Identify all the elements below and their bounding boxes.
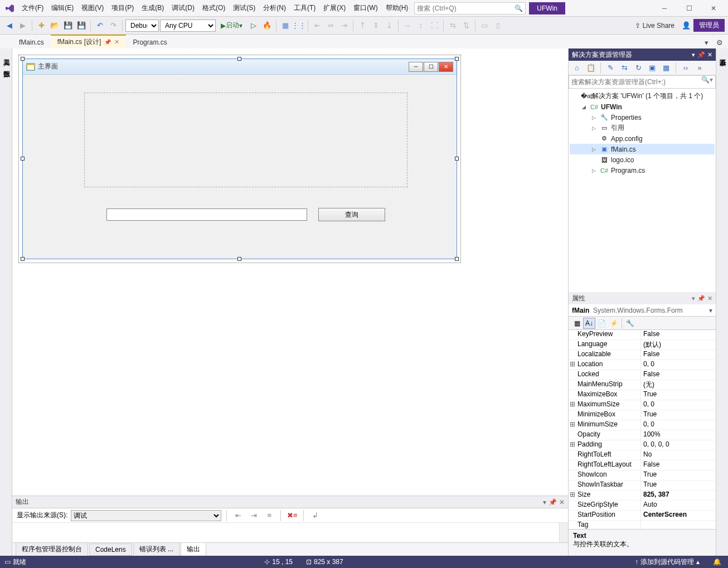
bottom-tab[interactable]: CodeLens — [89, 543, 132, 556]
config-combo[interactable]: Debug — [125, 20, 159, 32]
sol-sync-button[interactable]: ⇆ — [618, 62, 630, 74]
align-right-button[interactable]: ⇥ — [338, 20, 350, 32]
sol-showall-button[interactable]: ▦ — [660, 62, 672, 74]
prop-categorized-button[interactable]: ▦ — [571, 318, 583, 329]
tabs-settings-button[interactable]: ⚙ — [714, 36, 726, 48]
output-dropdown-icon[interactable]: ▾ — [543, 498, 546, 506]
designer-canvas[interactable]: 主界面 ─ ☐ ✕ 查询 — [12, 48, 568, 496]
diagnostics-tab[interactable]: 诊断工具 — [716, 48, 728, 60]
undo-button[interactable]: ↶ — [94, 20, 106, 32]
form-designer[interactable]: 主界面 ─ ☐ ✕ 查询 — [22, 59, 457, 259]
prop-pages-button[interactable]: 📄 — [595, 318, 608, 329]
menu-item[interactable]: 文件(F) — [18, 1, 47, 15]
prop-close-icon[interactable]: ✕ — [707, 295, 712, 302]
sol-home-button[interactable]: ⌂ — [571, 62, 583, 74]
property-row[interactable]: Tag — [569, 521, 716, 529]
tab-close-icon[interactable]: ✕ — [114, 38, 119, 46]
property-row[interactable]: SizeGripStyleAuto — [569, 501, 716, 511]
sol-refresh-button[interactable]: ↻ — [632, 62, 644, 74]
minimize-button[interactable]: ─ — [652, 0, 677, 17]
size-width-button[interactable]: ↔ — [401, 20, 414, 32]
query-button[interactable]: 查询 — [318, 208, 385, 221]
platform-combo[interactable]: Any CPU — [160, 20, 216, 32]
menu-item[interactable]: 编辑(E) — [47, 1, 77, 15]
menu-item[interactable]: 项目(P) — [108, 1, 138, 15]
quick-search[interactable]: 🔍 — [414, 2, 526, 14]
tree-item[interactable]: ▷▣fMain.cs — [570, 144, 715, 154]
prop-dropdown-icon[interactable]: ▾ — [692, 295, 695, 302]
vspace-button[interactable]: ⇅ — [460, 20, 472, 32]
save-button[interactable]: 💾 — [62, 20, 74, 32]
sol-view-button[interactable]: 📋 — [585, 62, 597, 74]
property-row[interactable]: ⊞Location0, 0 — [569, 360, 716, 370]
nav-back-button[interactable]: ◀ — [3, 20, 16, 32]
sol-pin-icon[interactable]: 📌 — [697, 51, 705, 59]
menu-item[interactable]: 生成(B) — [138, 1, 168, 15]
start-debug-button[interactable]: ▶ 启动 ▾ — [217, 20, 246, 32]
menu-item[interactable]: 格式(O) — [198, 1, 229, 15]
prop-wrench-button[interactable]: 🔧 — [624, 318, 636, 329]
tree-solution-node[interactable]: �ați解决方案 'UFWin' (1 个项目，共 1 个) — [570, 91, 715, 101]
output-text-area[interactable] — [12, 523, 568, 542]
output-close-icon[interactable]: ✕ — [559, 498, 565, 506]
nav-fwd-button[interactable]: ▶ — [17, 20, 29, 32]
property-row[interactable]: KeyPreviewFalse — [569, 330, 716, 340]
start-nodebug-button[interactable]: ▷ — [247, 20, 260, 32]
tree-item[interactable]: ⚙App.config — [570, 133, 715, 144]
close-button[interactable]: ✕ — [701, 0, 726, 17]
property-row[interactable]: StartPositionCenterScreen — [569, 511, 716, 521]
output-clear-button[interactable]: ≡ — [263, 509, 275, 522]
toolbox-tab[interactable]: 工具箱 — [0, 48, 13, 60]
tabs-dropdown-button[interactable]: ▾ — [700, 36, 712, 48]
hot-reload-button[interactable]: 🔥 — [261, 20, 273, 32]
prop-pin-icon[interactable]: 📌 — [697, 295, 705, 302]
output-source-combo[interactable]: 调试 — [71, 510, 221, 521]
new-project-button[interactable]: ✚ — [35, 20, 47, 32]
hspace-button[interactable]: ⇆ — [446, 20, 459, 32]
menu-item[interactable]: 工具(T) — [290, 1, 319, 15]
open-button[interactable]: 📂 — [48, 20, 61, 32]
align-center-button[interactable]: ⇔ — [324, 20, 337, 32]
property-row[interactable]: LockedFalse — [569, 370, 716, 380]
property-row[interactable]: RightToLeftNo — [569, 450, 716, 460]
output-wrap-button[interactable]: ↲ — [309, 509, 321, 522]
bottom-tab[interactable]: 错误列表 ... — [133, 542, 179, 556]
property-row[interactable]: MinimizeBoxTrue — [569, 410, 716, 420]
output-goto-prev-button[interactable]: ⇤ — [232, 509, 244, 522]
center-v-button[interactable]: ▯ — [492, 20, 504, 32]
output-pin-icon[interactable]: 📌 — [549, 498, 557, 506]
property-row[interactable]: Opacity100% — [569, 430, 716, 440]
menu-item[interactable]: 测试(S) — [229, 1, 259, 15]
groupbox-placeholder[interactable] — [84, 93, 407, 187]
property-row[interactable]: ⊞Padding0, 0, 0, 0 — [569, 440, 716, 450]
sol-more-button[interactable]: » — [693, 62, 706, 74]
tree-item[interactable]: 🖼logo.ico — [570, 154, 715, 165]
align-bottom-button[interactable]: ⤓ — [383, 20, 395, 32]
solution-tree[interactable]: �ați解决方案 'UFWin' (1 个项目，共 1 个) ◢C#UFWin … — [569, 89, 716, 292]
layout-dots-button[interactable]: ⋮⋮ — [293, 20, 305, 32]
property-row[interactable]: ShowInTaskbarTrue — [569, 480, 716, 491]
save-all-button[interactable]: 💾 — [75, 20, 88, 32]
property-row[interactable]: MainMenuStrip(无) — [569, 380, 716, 390]
solution-search-input[interactable] — [571, 76, 701, 88]
bottom-tab[interactable]: 程序包管理器控制台 — [16, 542, 88, 556]
status-notification-button[interactable]: 🔔 — [713, 558, 721, 566]
status-scm-button[interactable]: ↑ 添加到源代码管理 ▴ — [635, 557, 700, 567]
properties-grid[interactable]: KeyPreviewFalseLanguage(默认)LocalizableFa… — [569, 330, 716, 529]
layout-grid-button[interactable]: ▦ — [279, 20, 292, 32]
output-goto-next-button[interactable]: ⇥ — [247, 509, 260, 522]
datasource-tab[interactable]: 数据源 — [0, 60, 13, 71]
document-tab[interactable]: Program.cs — [126, 35, 173, 48]
search-textbox[interactable] — [106, 208, 307, 221]
document-tab[interactable]: fMain.cs — [12, 35, 51, 48]
size-both-button[interactable]: ⛶ — [428, 20, 440, 32]
tree-item[interactable]: ▷🔧Properties — [570, 112, 715, 123]
bottom-tab[interactable]: 输出 — [181, 542, 206, 556]
align-middle-button[interactable]: ⇕ — [370, 20, 382, 32]
tree-project-node[interactable]: ◢C#UFWin — [570, 101, 715, 112]
sol-collapse-button[interactable]: ▣ — [646, 62, 658, 74]
property-row[interactable]: ShowIconTrue — [569, 470, 716, 480]
align-top-button[interactable]: ⤒ — [356, 20, 368, 32]
redo-button[interactable]: ↷ — [107, 20, 119, 32]
sol-close-icon[interactable]: ✕ — [707, 51, 712, 59]
